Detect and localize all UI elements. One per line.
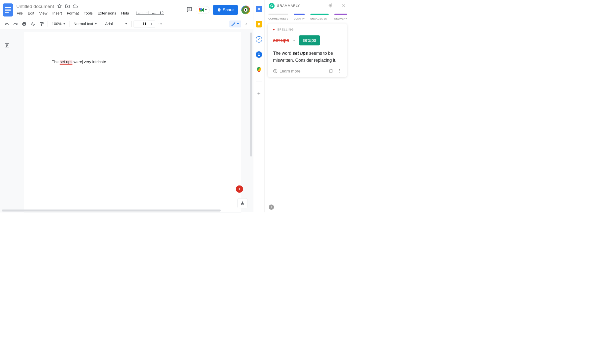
svg-point-12 [159, 24, 159, 24]
avatar[interactable] [241, 6, 250, 14]
font-size-decrease[interactable]: − [134, 20, 141, 27]
undo-button[interactable] [3, 20, 11, 28]
caret-down-icon [95, 23, 97, 24]
share-button[interactable]: Share [213, 5, 238, 15]
caret-down-icon [237, 23, 239, 24]
zoom-value: 100% [52, 22, 62, 26]
menu-file[interactable]: File [16, 10, 23, 16]
maps-icon[interactable] [256, 66, 261, 73]
outline-toggle-icon[interactable] [5, 43, 10, 48]
paragraph-style-value: Normal text [74, 22, 93, 26]
doc-text-error[interactable]: set ups [60, 60, 73, 64]
suggestion-count-badge[interactable]: 1 [269, 204, 274, 210]
suggestion-explanation: The word set ups seems to be miswritten.… [273, 50, 342, 64]
goals-icon[interactable] [328, 3, 333, 8]
svg-point-13 [160, 24, 161, 24]
menu-insert[interactable]: Insert [52, 10, 62, 16]
suggestion-card: SPELLING set ups → setups The word set u… [268, 24, 347, 77]
print-button[interactable] [21, 20, 28, 28]
menu-view[interactable]: View [39, 10, 48, 16]
wrong-text: set ups [273, 38, 289, 43]
calendar-icon[interactable] [256, 6, 262, 12]
tab-delivery[interactable]: DELIVERY [334, 14, 347, 20]
menu-help[interactable]: Help [121, 10, 129, 16]
font-size-input[interactable] [141, 20, 148, 27]
paragraph-style-select[interactable]: Normal text [72, 20, 99, 28]
spellcheck-button[interactable] [29, 20, 37, 28]
tab-label: CORRECTNESS [268, 17, 288, 20]
contacts-icon[interactable] [256, 51, 262, 58]
font-size-increase[interactable]: + [148, 20, 155, 27]
document-page[interactable]: The set ups were very intricate. [24, 32, 241, 212]
docs-logo[interactable] [3, 3, 13, 16]
svg-point-29 [339, 69, 340, 70]
tab-label: DELIVERY [334, 17, 347, 20]
rail-divider [256, 82, 262, 82]
last-edit-link[interactable]: Last edit was 12 [136, 10, 164, 16]
trash-icon[interactable] [329, 69, 333, 74]
menu-tools[interactable]: Tools [84, 10, 93, 16]
add-addon-button[interactable]: + [257, 90, 261, 97]
redo-button[interactable] [12, 20, 19, 28]
grammarly-error-badge[interactable]: 1 [236, 186, 243, 193]
menu-format[interactable]: Format [67, 10, 79, 16]
comment-history-icon[interactable] [187, 7, 192, 13]
meet-button[interactable] [196, 6, 210, 14]
toolbar: 100% Normal text Arial − + [0, 18, 253, 30]
svg-marker-11 [245, 9, 246, 10]
close-icon[interactable] [342, 3, 346, 8]
scrollbar-vertical[interactable] [250, 32, 252, 156]
move-icon[interactable] [65, 4, 70, 9]
cloud-status-icon[interactable] [73, 4, 78, 9]
tab-label: CLARITY [294, 17, 305, 20]
tasks-icon[interactable] [256, 36, 262, 43]
doc-text-after: very intricate. [83, 60, 107, 64]
svg-rect-6 [200, 10, 202, 11]
caret-down-icon [63, 23, 65, 24]
caret-down-icon [205, 9, 207, 10]
keep-icon[interactable] [256, 21, 262, 28]
svg-point-30 [339, 70, 340, 71]
severity-dot-icon [273, 29, 275, 30]
svg-point-23 [330, 5, 331, 6]
menubar: File Edit View Insert Format Tools Exten… [16, 10, 186, 16]
more-options-icon[interactable] [337, 69, 342, 74]
menu-edit[interactable]: Edit [28, 10, 35, 16]
editing-mode-button[interactable] [229, 20, 241, 27]
font-value: Arial [105, 22, 113, 26]
tab-correctness[interactable]: CORRECTNESS [268, 14, 288, 20]
svg-point-19 [258, 54, 259, 55]
suggestion-category: SPELLING [277, 28, 294, 31]
titlebar: Untitled document File Edit View Inse [0, 0, 253, 18]
font-select[interactable]: Arial [103, 20, 129, 28]
arrow-right-icon: → [292, 38, 296, 42]
more-toolbar-button[interactable] [156, 20, 164, 28]
scrollbar-horizontal[interactable] [2, 210, 221, 212]
explore-button[interactable] [237, 198, 247, 208]
tab-engagement[interactable]: ENGAGEMENT [310, 14, 329, 20]
tab-clarity[interactable]: CLARITY [294, 14, 305, 20]
star-icon[interactable] [57, 4, 62, 9]
menu-extensions[interactable]: Extensions [97, 10, 117, 16]
svg-marker-7 [202, 8, 204, 12]
svg-point-31 [339, 72, 340, 72]
apply-fix-button[interactable]: setups [299, 35, 320, 45]
tab-label: ENGAGEMENT [310, 17, 329, 20]
doc-text-before: The [52, 60, 60, 64]
svg-point-28 [275, 72, 275, 72]
doc-text-mid: were [72, 60, 82, 64]
svg-point-14 [161, 24, 162, 24]
grammarly-panel: G GRAMMARLY CORRECTNESS CLARITY [264, 0, 350, 212]
doc-title[interactable]: Untitled document [16, 4, 54, 9]
svg-marker-0 [58, 4, 62, 8]
learn-more-link[interactable]: Learn more [279, 69, 301, 74]
zoom-select[interactable]: 100% [50, 20, 67, 28]
collapse-toolbar-button[interactable] [242, 20, 250, 28]
svg-rect-4 [199, 8, 200, 10]
grammarly-logo-icon: G [269, 3, 274, 9]
paint-format-button[interactable] [38, 20, 46, 28]
caret-down-icon [125, 23, 127, 24]
svg-rect-8 [219, 9, 220, 10]
help-icon [273, 69, 278, 74]
grammarly-tabs: CORRECTNESS CLARITY ENGAGEMENT DELIVERY [265, 14, 350, 20]
